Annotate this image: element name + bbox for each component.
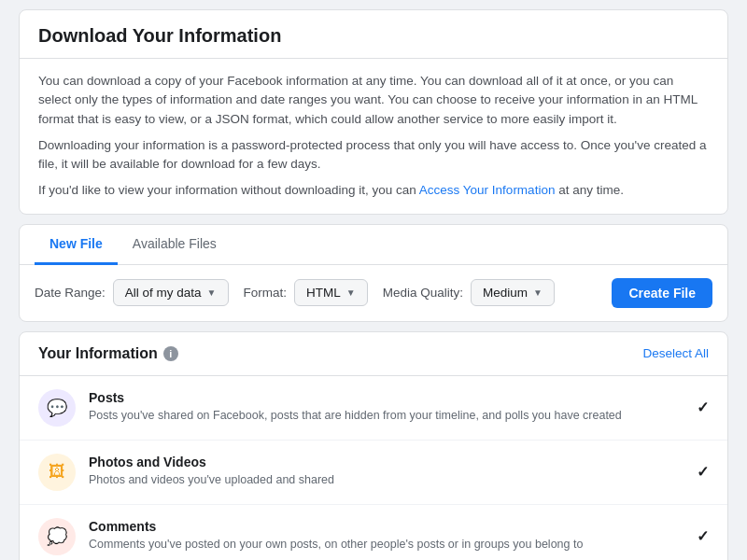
your-information-title: Your Information — [38, 345, 158, 362]
list-item[interactable]: 💭 Comments Comments you've posted on you… — [20, 505, 727, 561]
description-3-pre: If you'd like to view your information w… — [38, 183, 419, 197]
media-quality-chevron-icon: ▼ — [533, 287, 543, 298]
your-information-section: Your Information i Deselect All 💬 Posts … — [19, 331, 728, 561]
item-icon: 💭 — [38, 518, 76, 555]
date-range-chevron-icon: ▼ — [207, 287, 217, 298]
info-section-title: Your Information i — [38, 345, 178, 362]
date-range-label: Date Range: — [35, 286, 106, 300]
item-title: Comments — [89, 519, 684, 534]
access-your-information-link[interactable]: Access Your Information — [419, 183, 556, 197]
description-1: You can download a copy of your Facebook… — [38, 72, 709, 129]
create-file-button[interactable]: Create File — [612, 278, 712, 308]
format-label: Format: — [244, 286, 288, 300]
info-items-list: 💬 Posts Posts you've shared on Facebook,… — [20, 376, 727, 561]
description-3-post: at any time. — [555, 183, 624, 197]
checkmark-icon: ✓ — [697, 527, 709, 545]
date-range-dropdown[interactable]: All of my data ▼ — [113, 279, 229, 306]
description-2: Downloading your information is a passwo… — [38, 136, 709, 175]
media-quality-group: Media Quality: Medium ▼ — [383, 279, 555, 306]
media-quality-value: Medium — [483, 286, 528, 300]
description-3: If you'd like to view your information w… — [38, 181, 709, 200]
info-section-header: Your Information i Deselect All — [20, 332, 727, 376]
format-group: Format: HTML ▼ — [244, 279, 368, 306]
item-description: Photos and videos you've uploaded and sh… — [89, 472, 684, 489]
item-title: Posts — [89, 390, 684, 405]
format-chevron-icon: ▼ — [346, 287, 356, 298]
item-text: Comments Comments you've posted on your … — [89, 519, 684, 553]
list-item[interactable]: 💬 Posts Posts you've shared on Facebook,… — [20, 376, 727, 441]
checkmark-icon: ✓ — [697, 463, 709, 481]
item-icon: 💬 — [38, 389, 76, 427]
item-description: Comments you've posted on your own posts… — [89, 537, 684, 553]
info-icon[interactable]: i — [163, 346, 178, 361]
item-icon: 🖼 — [38, 454, 76, 491]
item-title: Photos and Videos — [89, 455, 684, 469]
item-text: Posts Posts you've shared on Facebook, p… — [89, 390, 684, 425]
deselect-all-button[interactable]: Deselect All — [642, 346, 709, 360]
media-quality-dropdown[interactable]: Medium ▼ — [471, 279, 555, 306]
checkmark-icon: ✓ — [697, 399, 709, 416]
date-range-value: All of my data — [125, 286, 202, 300]
controls-row: Date Range: All of my data ▼ Format: HTM… — [20, 265, 727, 321]
format-dropdown[interactable]: HTML ▼ — [294, 279, 368, 306]
item-description: Posts you've shared on Facebook, posts t… — [89, 408, 684, 425]
page-title: Download Your Information — [20, 10, 727, 59]
tabs-header: New File Available Files — [20, 225, 727, 265]
tab-available-files[interactable]: Available Files — [118, 225, 232, 265]
tab-new-file[interactable]: New File — [35, 225, 118, 265]
format-value: HTML — [306, 286, 341, 300]
date-range-group: Date Range: All of my data ▼ — [35, 279, 229, 306]
media-quality-label: Media Quality: — [383, 286, 463, 300]
item-text: Photos and Videos Photos and videos you'… — [89, 455, 684, 489]
list-item[interactable]: 🖼 Photos and Videos Photos and videos yo… — [20, 441, 727, 505]
